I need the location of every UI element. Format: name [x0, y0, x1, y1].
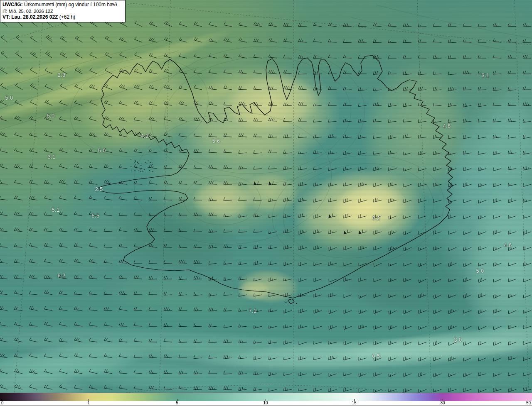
valid-time: VT: Lau. 28.02.2026 02Z	[2, 14, 58, 20]
colorbar-tick-labels: 01510153050	[0, 401, 532, 406]
colorbar: 01510153050	[0, 393, 532, 406]
valid-time-line: VT: Lau. 28.02.2026 02Z (+62 h)	[2, 14, 121, 21]
init-time: IT: Mið. 25. 02. 2026 12Z	[2, 8, 121, 14]
map-title: Úrkomumætti (mm) og vindur í 100m hæð	[23, 2, 117, 7]
colorbar-tick: 0	[1, 401, 4, 405]
colorbar-tick: 1	[87, 401, 90, 405]
colorbar-tick: 10	[263, 401, 268, 405]
colorbar-tick: 50	[526, 401, 531, 405]
lead-time: (+62 h)	[58, 14, 75, 20]
precipitation-wind-map-canvas	[0, 0, 532, 393]
weather-map-viewer: 2.83.15.05.04.64.85.65.03.12.55.15.50.24…	[0, 0, 532, 406]
map-title-line: UWC/IG: Úrkomumætti (mm) og vindur í 100…	[2, 2, 121, 8]
map-info-box: UWC/IG: Úrkomumætti (mm) og vindur í 100…	[0, 0, 126, 22]
colorbar-gradient	[0, 393, 532, 401]
colorbar-tick: 5	[176, 401, 178, 405]
producer-label: UWC/IG:	[2, 2, 23, 7]
colorbar-tick: 15	[352, 401, 356, 405]
colorbar-tick: 30	[440, 401, 445, 405]
